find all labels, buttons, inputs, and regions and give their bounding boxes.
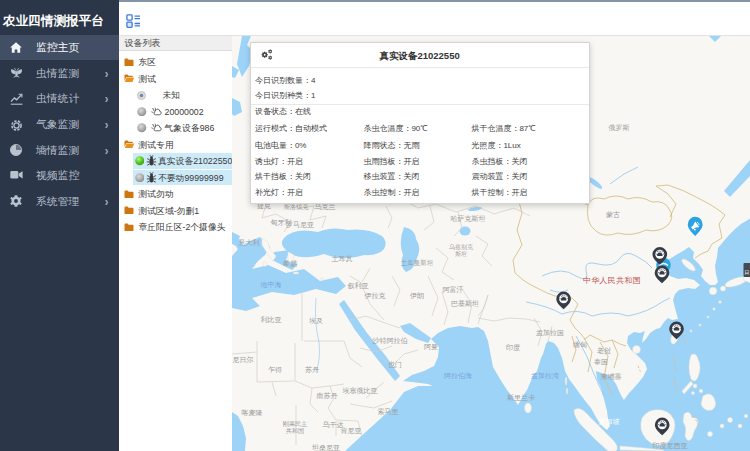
svg-text:苏丹: 苏丹 [305, 366, 319, 373]
svg-text:埃塞俄比亚: 埃塞俄比亚 [341, 387, 377, 395]
svg-text:地中海: 地中海 [259, 281, 281, 289]
svg-text:共和国: 共和国 [286, 427, 305, 435]
svg-text:埃及: 埃及 [308, 317, 323, 324]
svg-text:肯尼亚: 肯尼亚 [340, 427, 361, 434]
svg-text:尼日尔: 尼日尔 [232, 356, 253, 364]
svg-text:柬埔寨: 柬埔寨 [600, 372, 621, 381]
svg-text:蒙古: 蒙古 [606, 211, 620, 219]
svg-text:乌兹别克: 乌兹别克 [449, 243, 473, 251]
svg-text:也门: 也门 [388, 361, 402, 368]
svg-text:孟加拉湾: 孟加拉湾 [531, 372, 559, 380]
svg-text:叙利亚: 叙利亚 [347, 282, 368, 290]
svg-text:沙特阿拉伯: 沙特阿拉伯 [372, 337, 407, 345]
svg-text:印度尼西亚: 印度尼西亚 [652, 442, 687, 450]
svg-text:土库曼斯坦: 土库曼斯坦 [401, 259, 434, 267]
svg-text:日: 日 [744, 269, 749, 276]
svg-text:缅甸: 缅甸 [573, 341, 587, 349]
svg-text:斯坦: 斯坦 [455, 251, 467, 257]
svg-text:乌克兰: 乌克兰 [314, 203, 335, 211]
svg-text:阿曼: 阿曼 [424, 343, 438, 351]
svg-text:斯里兰卡: 斯里兰卡 [507, 394, 535, 402]
svg-text:巴基斯坦: 巴基斯坦 [451, 300, 479, 307]
svg-text:利比亚: 利比亚 [260, 316, 281, 324]
svg-text:喀麦隆: 喀麦隆 [241, 409, 262, 417]
svg-text:土耳其: 土耳其 [331, 255, 352, 263]
svg-text:泰国: 泰国 [594, 358, 608, 366]
svg-text:孟加拉国: 孟加拉国 [536, 329, 564, 337]
svg-text:乌干达: 乌干达 [322, 421, 343, 428]
svg-text:阿拉伯海: 阿拉伯海 [444, 372, 472, 380]
svg-text:俄罗斯: 俄罗斯 [608, 124, 629, 132]
svg-text:哈萨克斯坦: 哈萨克斯坦 [450, 215, 485, 223]
svg-text:乍得: 乍得 [268, 366, 282, 374]
svg-text:新加坡: 新加坡 [598, 417, 619, 425]
svg-text:伊朗: 伊朗 [410, 292, 424, 299]
svg-text:坦桑尼亚: 坦桑尼亚 [311, 444, 340, 451]
svg-text:意大利: 意大利 [238, 239, 259, 247]
svg-text:希腊: 希腊 [282, 260, 297, 268]
svg-text:索马里: 索马里 [377, 408, 398, 415]
svg-text:老挝: 老挝 [597, 347, 611, 355]
svg-text:阿富汗: 阿富汗 [442, 285, 463, 294]
svg-text:伊拉克: 伊拉克 [364, 292, 385, 300]
svg-text:斯洛伐克: 斯洛伐克 [283, 203, 309, 211]
svg-text:南苏丹: 南苏丹 [316, 392, 337, 399]
svg-text:中华人民共和国: 中华人民共和国 [583, 276, 641, 285]
svg-text:罗马尼亚: 罗马尼亚 [286, 221, 314, 229]
svg-text:印度: 印度 [506, 344, 520, 352]
